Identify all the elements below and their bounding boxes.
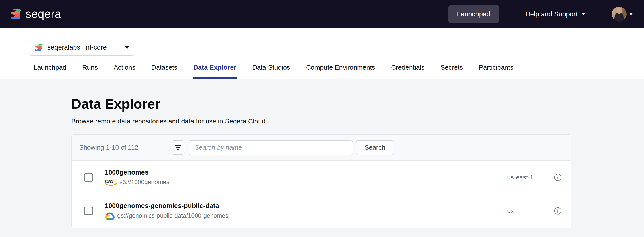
- help-and-support-menu[interactable]: Help and Support: [526, 10, 586, 18]
- tab-credentials[interactable]: Credentials: [390, 64, 425, 79]
- top-navbar: seqera Launchpad Help and Support: [0, 0, 644, 28]
- row-main: 1000genomes-genomics-public-data aws: [105, 202, 507, 220]
- bucket-uri: s3://1000genomes: [120, 179, 169, 186]
- gcs-icon: [105, 212, 115, 220]
- tab-label: Data Studios: [252, 64, 290, 71]
- tab-label: Compute Environments: [306, 64, 375, 71]
- tabs: Launchpad Runs Actions Datasets Data Exp…: [33, 55, 644, 79]
- chevron-down-icon: [629, 13, 633, 15]
- row-checkbox[interactable]: [84, 173, 93, 182]
- info-icon[interactable]: [554, 173, 562, 181]
- launchpad-button[interactable]: Launchpad: [448, 5, 499, 23]
- tab-label: Participants: [479, 64, 513, 71]
- page-title: Data Explorer: [71, 96, 644, 112]
- help-and-support-label: Help and Support: [526, 10, 578, 18]
- bucket-uri-line: aws s3://1000genomes: [105, 178, 507, 186]
- seqera-logo-icon: [11, 9, 22, 19]
- showing-count: Showing 1-10 of 112: [79, 144, 171, 151]
- svg-text:aws: aws: [105, 178, 114, 184]
- data-explorer-panel: Showing 1-10 of 112 Search 1000genomes a…: [71, 134, 571, 228]
- workspace-header: seqeralabs | nf-core Launchpad Runs Acti…: [0, 28, 644, 79]
- tab-label: Secrets: [440, 64, 463, 71]
- tab-label: Datasets: [151, 64, 177, 71]
- region-label: us: [507, 208, 554, 215]
- chevron-down-icon: [125, 46, 130, 49]
- user-menu[interactable]: [612, 7, 633, 21]
- table-row[interactable]: 1000genomes-genomics-public-data aws: [72, 194, 571, 228]
- brand-name: seqera: [26, 7, 61, 21]
- tab-label: Credentials: [391, 64, 424, 71]
- tab-launchpad[interactable]: Launchpad: [33, 64, 67, 79]
- tab-actions[interactable]: Actions: [113, 64, 136, 79]
- tab-label: Data Explorer: [193, 64, 236, 71]
- search-input[interactable]: [188, 140, 353, 155]
- tab-data-studios[interactable]: Data Studios: [252, 64, 290, 79]
- bucket-uri-line: aws gs://genomics-public-data/1000-genom…: [105, 212, 507, 220]
- bucket-name: 1000genomes-genomics-public-data: [105, 202, 507, 210]
- filter-icon: [174, 145, 182, 150]
- aws-icon: aws: [105, 178, 117, 186]
- workspace-label: seqeralabs | nf-core: [47, 43, 107, 51]
- info-icon[interactable]: [554, 207, 562, 215]
- tab-label: Runs: [82, 64, 98, 71]
- bucket-uri: gs://genomics-public-data/1000-genomes: [117, 212, 228, 219]
- tab-runs[interactable]: Runs: [82, 64, 98, 79]
- chevron-down-icon: [581, 13, 586, 15]
- table-body: 1000genomes aws: [72, 161, 571, 228]
- workspace-dropdown-toggle[interactable]: [120, 39, 134, 55]
- panel-header: Showing 1-10 of 112 Search: [72, 135, 571, 161]
- workspace-logo-icon: [35, 43, 43, 51]
- tab-data-explorer[interactable]: Data Explorer: [193, 64, 237, 79]
- avatar[interactable]: [612, 7, 626, 21]
- tab-compute-environments[interactable]: Compute Environments: [306, 64, 376, 79]
- table-row[interactable]: 1000genomes aws: [72, 161, 571, 194]
- tab-secrets[interactable]: Secrets: [440, 64, 463, 79]
- region-label: us-east-1: [507, 174, 554, 181]
- workspace-selector[interactable]: seqeralabs | nf-core: [29, 39, 135, 55]
- seqera-brand[interactable]: seqera: [11, 7, 61, 21]
- row-checkbox[interactable]: [84, 207, 93, 215]
- row-main: 1000genomes aws: [105, 169, 507, 186]
- page-subtitle: Browse remote data repositories and data…: [71, 117, 644, 125]
- bucket-name: 1000genomes: [105, 169, 507, 176]
- tab-label: Launchpad: [34, 64, 66, 71]
- tab-datasets[interactable]: Datasets: [151, 64, 178, 79]
- search-button[interactable]: Search: [356, 140, 394, 155]
- main-content: Data Explorer Browse remote data reposit…: [0, 96, 644, 228]
- filter-button[interactable]: [171, 140, 185, 155]
- tab-label: Actions: [114, 64, 136, 71]
- tab-participants[interactable]: Participants: [478, 64, 514, 79]
